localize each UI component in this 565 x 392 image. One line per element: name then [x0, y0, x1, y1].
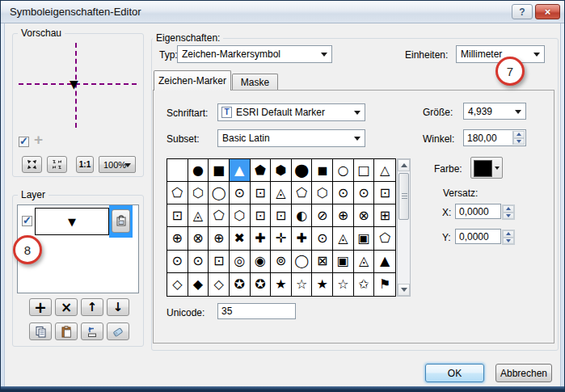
- schriftart-dropdown[interactable]: T ESRI Default Marker: [217, 103, 365, 121]
- glyph-cell[interactable]: ⊡: [374, 182, 395, 204]
- spin-up-button[interactable]: [503, 205, 514, 213]
- tab-zeichen-marker[interactable]: Zeichen-Marker: [154, 70, 231, 91]
- glyph-cell[interactable]: ☆: [333, 273, 354, 296]
- spin-down-button[interactable]: [503, 238, 514, 245]
- glyph-cell[interactable]: ⬡: [188, 182, 209, 204]
- glyph-cell[interactable]: ⚑: [374, 273, 395, 296]
- y-spinner[interactable]: 0,0000: [455, 229, 501, 244]
- glyph-cell[interactable]: ✖: [230, 227, 251, 250]
- glyph-cell[interactable]: ✪: [230, 273, 251, 296]
- move-layer-down-button[interactable]: ↓: [107, 298, 129, 316]
- glyph-cell[interactable]: ⬠: [292, 182, 313, 204]
- glyph-cell[interactable]: ★: [312, 273, 333, 296]
- glyph-cell[interactable]: ◆: [188, 273, 209, 296]
- glyph-cell[interactable]: ⬠: [167, 182, 188, 204]
- glyph-cell[interactable]: ✛: [271, 227, 292, 250]
- layer-visible-checkbox[interactable]: ✓: [22, 216, 32, 226]
- glyph-cell[interactable]: ⊠: [312, 251, 333, 273]
- glyph-cell[interactable]: △: [374, 159, 395, 182]
- glyph-cell[interactable]: ⊡: [251, 204, 272, 227]
- glyph-cell[interactable]: ⊙: [188, 251, 209, 273]
- spin-down-button[interactable]: [503, 213, 514, 220]
- glyph-scrollbar[interactable]: [397, 158, 411, 297]
- spin-down-button[interactable]: [513, 138, 525, 145]
- glyph-cell[interactable]: ⊙: [167, 251, 188, 273]
- glyph-cell[interactable]: ⊞: [374, 204, 395, 227]
- glyph-cell[interactable]: ⬟: [251, 159, 272, 182]
- glyph-cell[interactable]: ◬: [271, 182, 292, 204]
- glyph-cell[interactable]: ▣: [333, 251, 354, 273]
- subset-dropdown[interactable]: Basic Latin: [217, 129, 365, 147]
- glyph-cell[interactable]: ⬤: [292, 159, 313, 182]
- help-button[interactable]: ?: [512, 4, 533, 19]
- glyph-cell[interactable]: ◇: [167, 273, 188, 296]
- glyph-cell[interactable]: ✚: [251, 227, 272, 250]
- glyph-cell[interactable]: ⊙: [312, 227, 333, 250]
- unicode-input[interactable]: 35: [217, 303, 296, 319]
- glyph-cell[interactable]: ◼: [312, 159, 333, 182]
- glyph-cell[interactable]: ⊙: [354, 182, 375, 204]
- glyph-cell[interactable]: ◎: [230, 251, 251, 273]
- glyph-cell[interactable]: ■: [209, 159, 230, 182]
- glyph-cell[interactable]: ⬡: [230, 204, 251, 227]
- glyph-grid[interactable]: ●■▲⬟⬢⬤◼○□△⬠⬡◯⊙⊡◬⬠⬡⊙⊙⊡⊡◬⬠⬡⊡⊡◐⊘⊕⊗⊞⊕⊗⊕✖✚✛✚⊙…: [167, 158, 396, 297]
- zoom-level-dropdown[interactable]: 100%: [99, 156, 136, 173]
- glyph-cell[interactable]: ⊗: [188, 227, 209, 250]
- glyph-cell[interactable]: [167, 159, 188, 182]
- glyph-cell[interactable]: ⊕: [209, 227, 230, 250]
- glyph-cell[interactable]: ⊙: [230, 182, 251, 204]
- glyph-cell[interactable]: ⊚: [271, 251, 292, 273]
- add-layer-button[interactable]: +: [29, 298, 52, 316]
- move-layer-up-button[interactable]: ↑: [81, 298, 103, 316]
- glyph-cell[interactable]: ⊕: [333, 204, 354, 227]
- glyph-cell[interactable]: ▲: [230, 159, 251, 182]
- tab-maske[interactable]: Maske: [232, 74, 278, 91]
- glyph-cell[interactable]: ✪: [251, 273, 272, 296]
- glyph-cell[interactable]: ⊡: [251, 182, 272, 204]
- glyph-cell[interactable]: ✩: [354, 273, 375, 296]
- glyph-cell[interactable]: ⬠: [209, 204, 230, 227]
- glyph-cell[interactable]: ⬠: [374, 227, 395, 250]
- cancel-button[interactable]: Abbrechen: [495, 364, 552, 382]
- glyph-cell[interactable]: ⊡: [209, 251, 230, 273]
- farbe-dropdown[interactable]: [470, 157, 503, 179]
- zoom-full-extent-button[interactable]: [47, 156, 67, 173]
- glyph-cell[interactable]: ▣: [354, 227, 375, 250]
- groesse-dropdown[interactable]: 4,939: [463, 103, 526, 120]
- layer-row[interactable]: ✓ ▼: [18, 205, 138, 238]
- paste-layer-button[interactable]: [55, 322, 78, 340]
- layer-symbol-preview[interactable]: ▼: [35, 208, 109, 235]
- glyph-cell[interactable]: □: [354, 159, 375, 182]
- typ-dropdown[interactable]: Zeichen-Markersymbol: [177, 45, 332, 63]
- glyph-cell[interactable]: ★: [271, 273, 292, 296]
- glyph-cell[interactable]: ▲: [374, 251, 395, 273]
- x-spinner[interactable]: 0,0000: [455, 204, 501, 219]
- scroll-down-button[interactable]: [398, 284, 410, 296]
- ok-button[interactable]: OK: [425, 364, 484, 382]
- glyph-cell[interactable]: ✚: [292, 227, 313, 250]
- spin-up-button[interactable]: [513, 131, 525, 138]
- scroll-thumb[interactable]: [398, 173, 409, 220]
- glyph-cell[interactable]: ⊡: [271, 204, 292, 227]
- winkel-spinner[interactable]: 180,00: [463, 129, 526, 146]
- glyph-cell[interactable]: ⊘: [312, 204, 333, 227]
- preview-visible-checkbox[interactable]: ✓: [19, 137, 29, 147]
- glyph-cell[interactable]: ◐: [292, 204, 313, 227]
- glyph-cell[interactable]: ◉: [251, 251, 272, 273]
- layer-lock-button[interactable]: [112, 209, 130, 233]
- glyph-cell[interactable]: ○: [333, 159, 354, 182]
- delete-layer-button[interactable]: ×: [55, 298, 78, 316]
- spin-up-button[interactable]: [503, 230, 514, 238]
- glyph-cell[interactable]: ☆: [292, 273, 313, 296]
- scroll-up-button[interactable]: [398, 159, 410, 171]
- glyph-cell[interactable]: ◯: [209, 182, 230, 204]
- glyph-cell[interactable]: ◬: [333, 227, 354, 250]
- glyph-cell[interactable]: ⊕: [167, 227, 188, 250]
- glyph-cell[interactable]: ●: [188, 159, 209, 182]
- tag-button[interactable]: [107, 322, 129, 340]
- glyph-cell[interactable]: ◯: [292, 251, 313, 273]
- glyph-cell[interactable]: ⊗: [354, 204, 375, 227]
- glyph-cell[interactable]: ◬: [188, 204, 209, 227]
- zoom-to-center-button[interactable]: [22, 156, 42, 173]
- copy-layer-button[interactable]: [29, 322, 52, 340]
